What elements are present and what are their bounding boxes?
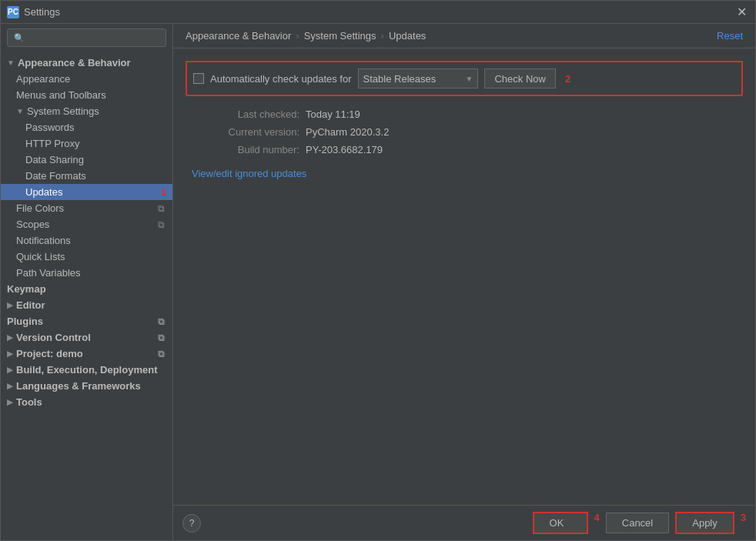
sidebar: 🔍 Appearance & Behavior Appearance Menus…: [1, 24, 173, 540]
content-area: 🔍 Appearance & Behavior Appearance Menus…: [1, 24, 755, 540]
check-now-button[interactable]: Check Now: [484, 68, 555, 88]
view-edit-link[interactable]: View/edit ignored updates: [186, 168, 313, 179]
breadcrumb-part3: Updates: [389, 30, 426, 42]
title-bar: PC Settings ✕: [1, 1, 755, 24]
apply-button[interactable]: Apply: [675, 512, 734, 534]
help-area: ?: [182, 514, 201, 533]
search-input[interactable]: [28, 32, 159, 43]
close-button[interactable]: ✕: [734, 5, 749, 20]
reset-button[interactable]: Reset: [717, 30, 743, 42]
search-icon: 🔍: [14, 33, 25, 43]
sidebar-item-menus-toolbars[interactable]: Menus and Toolbars: [1, 87, 172, 103]
sidebar-item-file-colors[interactable]: File Colors ⧉: [1, 200, 172, 216]
sidebar-item-data-sharing[interactable]: Data Sharing: [1, 152, 172, 168]
breadcrumb-bar: Appearance & Behavior › System Settings …: [173, 24, 755, 48]
sidebar-item-label: HTTP Proxy: [25, 138, 80, 149]
auto-check-checkbox[interactable]: [193, 73, 204, 84]
sidebar-item-http-proxy[interactable]: HTTP Proxy: [1, 135, 172, 152]
sidebar-item-system-settings[interactable]: System Settings: [1, 103, 172, 119]
sidebar-item-editor[interactable]: Editor: [1, 297, 172, 313]
sidebar-item-version-control[interactable]: Version Control ⧉: [1, 329, 172, 346]
sidebar-item-label: Build, Execution, Deployment: [16, 364, 157, 376]
collapse-arrow: [16, 107, 24, 115]
sidebar-item-label: Project: demo: [16, 348, 83, 359]
sidebar-item-build-exec[interactable]: Build, Execution, Deployment: [1, 362, 172, 378]
main-panel: Appearance & Behavior › System Settings …: [173, 24, 755, 540]
sidebar-item-quick-lists[interactable]: Quick Lists: [1, 249, 172, 265]
current-version-label: Current version:: [192, 126, 299, 138]
updates-badge: 1: [161, 187, 166, 198]
sidebar-item-label: Appearance: [16, 73, 70, 85]
sidebar-item-label: Version Control: [16, 332, 91, 343]
current-version-value: PyCharm 2020.3.2: [306, 126, 737, 138]
expand-arrow: [7, 349, 13, 358]
build-number-value: PY-203.6682.179: [306, 144, 737, 155]
breadcrumb-sep1: ›: [296, 30, 299, 42]
badge-4: 4: [594, 512, 600, 523]
breadcrumb-part1: Appearance & Behavior: [186, 30, 291, 42]
sidebar-item-label: System Settings: [27, 105, 99, 117]
collapse-arrow: [7, 58, 15, 67]
sidebar-item-passwords[interactable]: Passwords: [1, 119, 172, 135]
sidebar-item-label: Date Formats: [25, 170, 86, 182]
auto-check-row: Automatically check updates for Stable R…: [186, 61, 743, 96]
build-number-label: Build number:: [192, 144, 299, 155]
file-colors-icon: ⧉: [156, 203, 166, 214]
expand-arrow: [7, 333, 13, 342]
nav-tree: Appearance & Behavior Appearance Menus a…: [1, 52, 172, 540]
sidebar-item-updates[interactable]: Updates 1: [1, 184, 172, 200]
sidebar-item-label: Languages & Frameworks: [16, 380, 141, 392]
sidebar-item-tools[interactable]: Tools: [1, 394, 172, 410]
last-checked-value: Today 11:19: [306, 109, 737, 120]
breadcrumb-sep2: ›: [381, 30, 384, 42]
cancel-button[interactable]: Cancel: [606, 513, 669, 533]
breadcrumb-part2: System Settings: [304, 30, 376, 42]
sidebar-item-label: Editor: [16, 299, 45, 311]
sidebar-item-label: Menus and Toolbars: [16, 89, 106, 101]
sidebar-item-plugins[interactable]: Plugins ⧉: [1, 313, 172, 329]
sidebar-item-label: Tools: [16, 396, 42, 408]
sidebar-item-label: Passwords: [25, 122, 75, 133]
last-checked-label: Last checked:: [192, 109, 299, 120]
sidebar-item-scopes[interactable]: Scopes ⧉: [1, 216, 172, 232]
sidebar-item-languages[interactable]: Languages & Frameworks: [1, 378, 172, 394]
scopes-icon: ⧉: [156, 219, 166, 230]
window-title: Settings: [24, 6, 734, 18]
sidebar-item-appearance[interactable]: Appearance: [1, 71, 172, 87]
badge-2: 2: [565, 73, 570, 85]
sidebar-item-label: Appearance & Behavior: [18, 57, 131, 68]
sidebar-item-label: Quick Lists: [16, 251, 65, 262]
auto-check-label: Automatically check updates for: [210, 73, 352, 85]
sidebar-item-notifications[interactable]: Notifications: [1, 232, 172, 249]
sidebar-item-label: Keymap: [7, 283, 46, 295]
sidebar-item-project-demo[interactable]: Project: demo ⧉: [1, 346, 172, 362]
expand-arrow: [7, 382, 13, 390]
sidebar-item-label: Path Variables: [16, 267, 81, 279]
release-type-select[interactable]: Stable Releases Early Access Program No …: [363, 73, 463, 85]
sidebar-item-appearance-behavior[interactable]: Appearance & Behavior: [1, 55, 172, 71]
expand-arrow: [7, 366, 13, 374]
sidebar-item-label: Updates: [25, 186, 62, 198]
sidebar-item-path-variables[interactable]: Path Variables: [1, 265, 172, 281]
search-box[interactable]: 🔍: [7, 28, 166, 47]
release-type-dropdown[interactable]: Stable Releases Early Access Program No …: [358, 68, 479, 88]
help-button[interactable]: ?: [182, 514, 201, 533]
vc-icon: ⧉: [156, 332, 166, 343]
app-icon: PC: [7, 6, 19, 18]
info-grid: Last checked: Today 11:19 Current versio…: [186, 109, 743, 155]
sidebar-item-label: Data Sharing: [25, 154, 84, 165]
bottom-bar: ? OK 4 Cancel Apply 3: [173, 505, 755, 540]
sidebar-item-keymap[interactable]: Keymap: [1, 281, 172, 297]
sidebar-item-date-formats[interactable]: Date Formats: [1, 168, 172, 184]
expand-arrow: [7, 398, 13, 406]
project-icon: ⧉: [156, 349, 166, 359]
panel-content: Automatically check updates for Stable R…: [173, 48, 755, 505]
ok-button[interactable]: OK: [533, 512, 588, 534]
breadcrumb: Appearance & Behavior › System Settings …: [186, 30, 426, 42]
sidebar-item-label: Plugins: [7, 316, 43, 327]
sidebar-item-label: File Colors: [16, 202, 64, 214]
plugins-icon: ⧉: [156, 316, 166, 327]
ok-label: OK: [550, 517, 564, 529]
expand-arrow: [7, 301, 13, 309]
sidebar-item-label: Notifications: [16, 235, 71, 246]
